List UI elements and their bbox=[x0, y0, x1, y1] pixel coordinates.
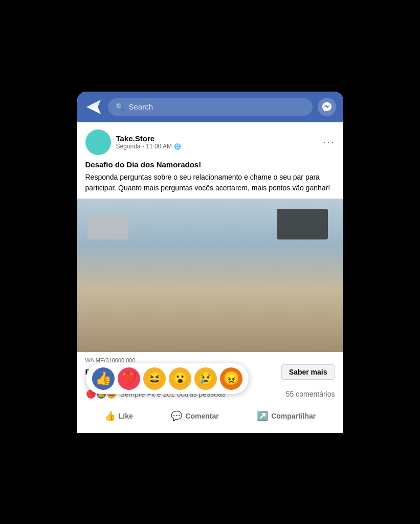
bg-car-left bbox=[87, 214, 128, 239]
like-icon: 👍 bbox=[104, 410, 116, 422]
globe-icon: 🌐 bbox=[174, 143, 181, 150]
post-text: Desafio do Dia dos Namorados! Responda p… bbox=[85, 160, 335, 193]
post-author: Take.Store Segunda - 11:00 AM 🌐 bbox=[85, 129, 181, 155]
like-emoji-button[interactable]: 👍 bbox=[92, 367, 115, 390]
comments-count[interactable]: 55 comentários bbox=[286, 390, 335, 398]
post-meta: Segunda - 11:00 AM 🌐 bbox=[116, 143, 181, 150]
search-label: Search bbox=[129, 102, 153, 111]
post-container: Take.Store Segunda - 11:00 AM 🌐 ··· Desa… bbox=[77, 122, 343, 433]
post-image bbox=[77, 199, 343, 352]
wow-emoji-button[interactable]: 😮 bbox=[169, 367, 191, 390]
post-title: Desafio do Dia dos Namorados! bbox=[85, 160, 335, 169]
svg-marker-1 bbox=[86, 107, 101, 114]
comment-button[interactable]: 💬 Comentar bbox=[163, 406, 227, 426]
bg-car-right bbox=[277, 209, 328, 239]
messenger-icon[interactable] bbox=[318, 98, 336, 116]
post-image-scene bbox=[77, 199, 343, 352]
post-body: Responda perguntas sobre o seu relaciona… bbox=[85, 172, 335, 193]
love-emoji-button[interactable]: ❤️ bbox=[118, 367, 140, 390]
phone-frame: 🔍 Search Take.Store Segunda - 11:00 AM 🌐 bbox=[77, 92, 343, 433]
facebook-home-icon[interactable] bbox=[84, 98, 103, 116]
author-name[interactable]: Take.Store bbox=[116, 134, 181, 143]
more-options-button[interactable]: ··· bbox=[323, 136, 335, 148]
like-button[interactable]: 👍 Like 👍 ❤️ 😆 😮 😢 😠 bbox=[96, 406, 141, 426]
search-icon: 🔍 bbox=[115, 102, 125, 112]
emoji-reaction-popup: 👍 ❤️ 😆 😮 😢 😠 bbox=[86, 363, 249, 394]
facebook-header: 🔍 Search bbox=[77, 92, 343, 122]
share-icon: ↗️ bbox=[257, 410, 268, 422]
sad-emoji-button[interactable]: 😢 bbox=[194, 367, 217, 390]
share-button[interactable]: ↗️ Compartilhar bbox=[249, 406, 324, 426]
like-label: Like bbox=[119, 412, 133, 420]
author-avatar[interactable] bbox=[85, 129, 111, 155]
comment-label: Comentar bbox=[185, 412, 218, 420]
comment-icon: 💬 bbox=[171, 410, 182, 422]
action-buttons: 👍 Like 👍 ❤️ 😆 😮 😢 😠 💬 Comentar ↗️ C bbox=[85, 404, 335, 433]
post-header: Take.Store Segunda - 11:00 AM 🌐 ··· bbox=[85, 129, 335, 155]
saber-mais-button[interactable]: Saber mais bbox=[281, 364, 335, 380]
search-bar[interactable]: 🔍 Search bbox=[108, 98, 313, 116]
author-info: Take.Store Segunda - 11:00 AM 🌐 bbox=[116, 134, 181, 150]
haha-emoji-button[interactable]: 😆 bbox=[143, 367, 166, 390]
wa-url: WA.ME/310000.000 bbox=[85, 357, 335, 363]
angry-emoji-button[interactable]: 😠 bbox=[220, 367, 242, 390]
post-date: Segunda - 11:00 AM bbox=[116, 143, 172, 150]
share-label: Compartilhar bbox=[271, 412, 316, 420]
